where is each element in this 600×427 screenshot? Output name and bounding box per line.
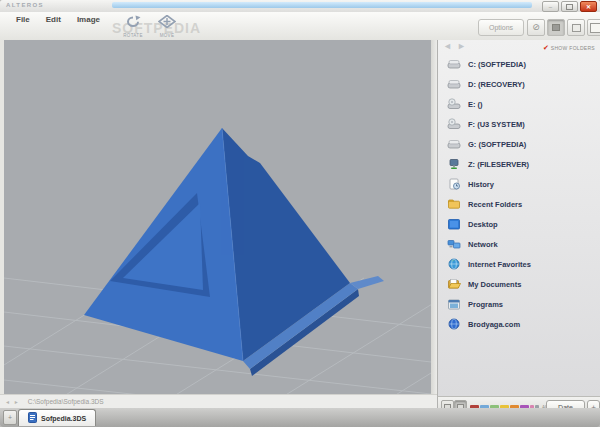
medium-thumbnails-button[interactable] [567, 19, 585, 36]
large-thumb-icon [590, 23, 600, 33]
sidebar-item-label: Network [468, 240, 498, 249]
viewport-3d[interactable] [4, 40, 431, 394]
transform-tools: ROTATE MOVE [120, 14, 180, 38]
rotate-tool-button[interactable]: ROTATE [120, 14, 146, 38]
rotate-label: ROTATE [120, 33, 146, 38]
globe-icon [447, 258, 461, 270]
history-icon [447, 178, 461, 190]
sidebar-item-label: Brodyaga.com [468, 320, 520, 329]
close-icon: ✕ [586, 4, 591, 10]
folder-sidebar: ◄ ► ✔ SHOW FOLDERS C: (SOFTPEDIA) D: (RE… [437, 40, 600, 396]
sidebar-item-label: Z: (FILESERVER) [468, 160, 529, 169]
programs-icon [447, 298, 461, 310]
active-file-tab[interactable]: Sofpedia.3DS [18, 409, 96, 426]
removable-drive-icon [447, 98, 461, 110]
current-file-path: C:\Sofpedia\Sofpedia.3DS [28, 398, 104, 405]
minimize-button[interactable]: – [542, 1, 559, 12]
tab-bar: + Sofpedia.3DS [0, 408, 600, 427]
sidebar-item-f-drive[interactable]: F: (U3 SYSTEM) [438, 114, 600, 134]
titlebar-stripe [112, 2, 532, 8]
sidebar-item-label: Desktop [468, 220, 498, 229]
window-controls: – ✕ [542, 1, 597, 12]
options-button[interactable]: Options [478, 19, 524, 36]
menu-bar: File Edit Image [16, 15, 100, 24]
forward-icon[interactable]: ► [457, 42, 466, 51]
sidebar-item-label: My Documents [468, 280, 521, 289]
maximize-button[interactable] [561, 1, 578, 12]
view-mode-group: ⊘ [527, 19, 600, 36]
drive-icon [447, 58, 461, 70]
menu-file[interactable]: File [16, 15, 30, 24]
sidebar-item-my-documents[interactable]: My Documents [438, 274, 600, 294]
sidebar-item-label: History [468, 180, 494, 189]
close-button[interactable]: ✕ [580, 1, 597, 12]
sidebar-item-d-drive[interactable]: D: (RECOVERY) [438, 74, 600, 94]
removable-drive-icon [447, 118, 461, 130]
move-tool-button[interactable]: MOVE [154, 14, 180, 38]
window-title: ALTEROS [6, 2, 44, 8]
checkmark-icon: ✔ [543, 44, 549, 51]
folder-icon [447, 198, 461, 210]
open-folder-icon [447, 278, 461, 290]
sidebar-item-brodyaga[interactable]: Brodyaga.com [438, 314, 600, 334]
move-icon [158, 14, 176, 31]
back-icon[interactable]: ◄ [443, 42, 452, 51]
new-tab-button[interactable]: + [3, 410, 17, 425]
sidebar-item-label: E: () [468, 100, 483, 109]
sidebar-item-label: G: (SOFTPEDIA) [468, 140, 526, 149]
sidebar-item-c-drive[interactable]: C: (SOFTPEDIA) [438, 54, 600, 74]
sidebar-item-e-drive[interactable]: E: () [438, 94, 600, 114]
sidebar-item-recent-folders[interactable]: Recent Folders [438, 194, 600, 214]
network-icon [447, 238, 461, 250]
sidebar-item-g-drive[interactable]: G: (SOFTPEDIA) [438, 134, 600, 154]
menu-edit[interactable]: Edit [46, 15, 61, 24]
sidebar-item-network[interactable]: Network [438, 234, 600, 254]
move-label: MOVE [154, 33, 180, 38]
title-bar: ALTEROS – ✕ [0, 0, 600, 12]
new-tab-icon: + [8, 414, 12, 421]
medium-thumb-icon [572, 24, 581, 32]
desktop-icon [447, 218, 461, 230]
file-3ds-icon [28, 409, 37, 427]
drive-icon [447, 78, 461, 90]
sidebar-item-label: Programs [468, 300, 503, 309]
drive-icon [447, 138, 461, 150]
show-folders-label: SHOW FOLDERS [551, 45, 595, 51]
small-thumbnails-button[interactable] [547, 19, 565, 36]
none-icon: ⊘ [532, 23, 540, 32]
app-window: ALTEROS – ✕ File Edit Image SOFTPEDIA RO… [0, 0, 600, 427]
pyramid-model-render [4, 40, 431, 394]
network-drive-icon [447, 158, 461, 170]
show-folders-toggle[interactable]: ✔ SHOW FOLDERS [543, 44, 595, 51]
sidebar-item-desktop[interactable]: Desktop [438, 214, 600, 234]
path-bar: ◂ ▸ C:\Sofpedia\Sofpedia.3DS [0, 394, 437, 408]
sidebar-item-label: C: (SOFTPEDIA) [468, 60, 526, 69]
sidebar-item-internet-favorites[interactable]: Internet Favorites [438, 254, 600, 274]
sidebar-list: C: (SOFTPEDIA) D: (RECOVERY) E: () F: (U… [438, 54, 600, 334]
sidebar-item-z-drive[interactable]: Z: (FILESERVER) [438, 154, 600, 174]
maximize-icon [566, 4, 573, 10]
globe-icon [447, 318, 461, 330]
path-nav-icons[interactable]: ◂ ▸ [6, 398, 20, 405]
sidebar-item-label: Recent Folders [468, 200, 522, 209]
minimize-icon: – [549, 4, 552, 10]
sidebar-item-programs[interactable]: Programs [438, 294, 600, 314]
large-thumbnails-button[interactable] [587, 19, 600, 36]
sidebar-nav: ◄ ► [443, 42, 466, 51]
small-thumb-icon [552, 24, 560, 31]
sidebar-item-label: Internet Favorites [468, 260, 531, 269]
toolbar: File Edit Image SOFTPEDIA ROTATE MOVE Op… [0, 12, 600, 41]
rotate-icon [124, 14, 142, 31]
sidebar-item-history[interactable]: History [438, 174, 600, 194]
options-label: Options [489, 24, 513, 31]
sidebar-item-label: F: (U3 SYSTEM) [468, 120, 525, 129]
menu-image[interactable]: Image [77, 15, 100, 24]
thumbnails-off-button[interactable]: ⊘ [527, 19, 545, 36]
sidebar-item-label: D: (RECOVERY) [468, 80, 525, 89]
tab-filename: Sofpedia.3DS [41, 415, 86, 422]
